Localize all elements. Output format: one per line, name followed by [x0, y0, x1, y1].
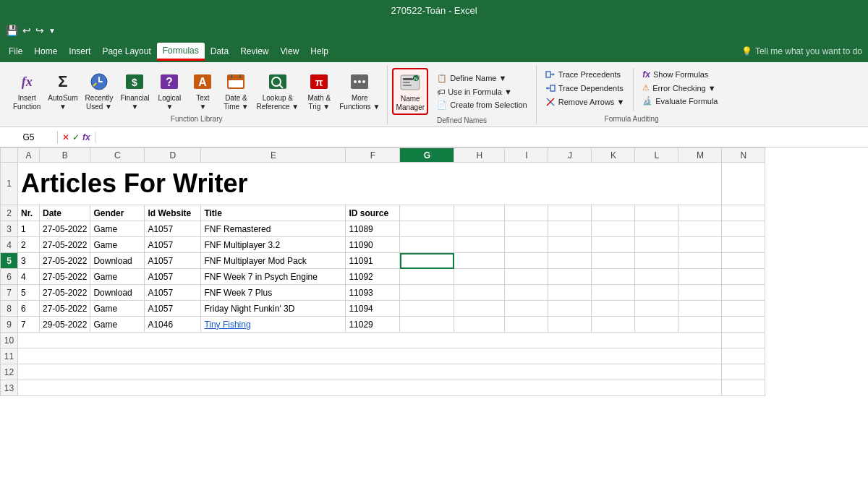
cell-m8[interactable] [678, 301, 722, 317]
cell-b4[interactable]: 27-05-2022 [40, 237, 90, 253]
cell-b7[interactable]: 27-05-2022 [40, 285, 90, 301]
col-header-c[interactable]: C [90, 148, 145, 163]
header-nr[interactable]: Nr. [18, 205, 40, 221]
row-header-13[interactable]: 13 [1, 380, 18, 396]
cell-a6[interactable]: 4 [18, 269, 40, 285]
lookup-reference-button[interactable]: Lookup &Reference ▼ [253, 68, 302, 114]
cell-f6[interactable]: 11092 [346, 269, 400, 285]
col-header-i[interactable]: I [505, 148, 548, 163]
cell-d6[interactable]: A1057 [145, 269, 201, 285]
name-box[interactable]: G5 [0, 131, 58, 144]
evaluate-formula-button[interactable]: 🔬 Evaluate Formula [638, 95, 722, 107]
cell-k9[interactable] [592, 317, 635, 333]
cell-b6[interactable]: 27-05-2022 [40, 269, 90, 285]
cell-e6[interactable]: FNF Week 7 in Psych Engine [201, 269, 346, 285]
cell-m4[interactable] [678, 237, 722, 253]
create-from-selection-button[interactable]: 📄 Create from Selection [433, 99, 531, 111]
cancel-icon[interactable]: ✕ [62, 132, 69, 142]
col-header-b[interactable]: B [40, 148, 90, 163]
cell-j7[interactable] [548, 285, 592, 301]
recently-used-button[interactable]: RecentlyUsed ▼ [82, 68, 116, 114]
row-header-9[interactable]: 9 [1, 317, 18, 333]
cell-i8[interactable] [505, 301, 548, 317]
cell-h7[interactable] [454, 285, 505, 301]
cell-d8[interactable]: A1057 [145, 301, 201, 317]
cell-n1[interactable] [722, 163, 765, 205]
cell-g8[interactable] [400, 301, 454, 317]
row-header-12[interactable]: 12 [1, 364, 18, 380]
col-header-n[interactable]: N [722, 148, 765, 163]
cell-a4[interactable]: 2 [18, 237, 40, 253]
cell-b3[interactable]: 27-05-2022 [40, 221, 90, 237]
header-idsource[interactable]: ID source [346, 205, 400, 221]
title-cell[interactable]: Articles For Writer [18, 163, 722, 205]
cell-g7[interactable] [400, 285, 454, 301]
trace-dependents-button[interactable]: Trace Dependents [541, 82, 629, 95]
cell-c5[interactable]: Download [90, 253, 145, 269]
cell-l4[interactable] [635, 237, 678, 253]
cell-m3[interactable] [678, 221, 722, 237]
cell-empty-13[interactable] [18, 380, 722, 396]
use-in-formula-button[interactable]: 🏷 Use in Formula ▼ [433, 86, 531, 98]
cell-e5[interactable]: FNF Multiplayer Mod Pack [201, 253, 346, 269]
col-header-l[interactable]: L [635, 148, 678, 163]
cell-i5[interactable] [505, 253, 548, 269]
cell-l9[interactable] [635, 317, 678, 333]
show-formulas-button[interactable]: fx Show Formulas [638, 68, 722, 81]
row-header-8[interactable]: 8 [1, 301, 18, 317]
col-header-j[interactable]: J [548, 148, 592, 163]
cell-d7[interactable]: A1057 [145, 285, 201, 301]
row-header-3[interactable]: 3 [1, 221, 18, 237]
cell-e9[interactable]: Tiny Fishing [201, 317, 346, 333]
cell-i7[interactable] [505, 285, 548, 301]
cell-j5[interactable] [548, 253, 592, 269]
cell-h5[interactable] [454, 253, 505, 269]
row-header-10[interactable]: 10 [1, 333, 18, 348]
menu-help[interactable]: Help [305, 43, 334, 59]
undo-icon[interactable]: ↩ [22, 25, 31, 36]
cell-g2[interactable] [400, 205, 454, 221]
cell-l3[interactable] [635, 221, 678, 237]
remove-arrows-button[interactable]: Remove Arrows ▼ [541, 95, 629, 108]
row-header-2[interactable]: 2 [1, 205, 18, 221]
row-header-4[interactable]: 4 [1, 237, 18, 253]
insert-function-button[interactable]: fx InsertFunction [10, 68, 43, 114]
cell-i6[interactable] [505, 269, 548, 285]
cell-b5[interactable]: 27-05-2022 [40, 253, 90, 269]
cell-m5[interactable] [678, 253, 722, 269]
cell-a9[interactable]: 7 [18, 317, 40, 333]
cell-k8[interactable] [592, 301, 635, 317]
confirm-icon[interactable]: ✓ [72, 132, 80, 142]
menu-review[interactable]: Review [234, 43, 274, 59]
menu-data[interactable]: Data [205, 43, 234, 59]
cell-f7[interactable]: 11093 [346, 285, 400, 301]
col-header-m[interactable]: M [678, 148, 722, 163]
col-header-e[interactable]: E [201, 148, 346, 163]
cell-g5[interactable] [400, 253, 454, 269]
date-time-button[interactable]: Date &Time ▼ [220, 68, 252, 114]
menu-page-layout[interactable]: Page Layout [96, 43, 156, 59]
cell-j4[interactable] [548, 237, 592, 253]
cell-i9[interactable] [505, 317, 548, 333]
cell-h2[interactable] [454, 205, 505, 221]
row-header-11[interactable]: 11 [1, 348, 18, 364]
col-header-k[interactable]: K [592, 148, 635, 163]
cell-a3[interactable]: 1 [18, 221, 40, 237]
cell-n5[interactable] [722, 253, 765, 269]
cell-g6[interactable] [400, 269, 454, 285]
math-trig-button[interactable]: π Math &Trig ▼ [303, 68, 335, 114]
more-functions-button[interactable]: MoreFunctions ▼ [336, 68, 383, 114]
cell-j2[interactable] [548, 205, 592, 221]
cell-l8[interactable] [635, 301, 678, 317]
logical-button[interactable]: ? Logical▼ [153, 68, 185, 114]
cell-k3[interactable] [592, 221, 635, 237]
menu-home[interactable]: Home [28, 43, 63, 59]
cell-g4[interactable] [400, 237, 454, 253]
cell-m9[interactable] [678, 317, 722, 333]
cell-empty-10[interactable] [18, 333, 722, 348]
col-header-h[interactable]: H [454, 148, 505, 163]
cell-g3[interactable] [400, 221, 454, 237]
cell-n9[interactable] [722, 317, 765, 333]
cell-a5[interactable]: 3 [18, 253, 40, 269]
row-header-6[interactable]: 6 [1, 269, 18, 285]
